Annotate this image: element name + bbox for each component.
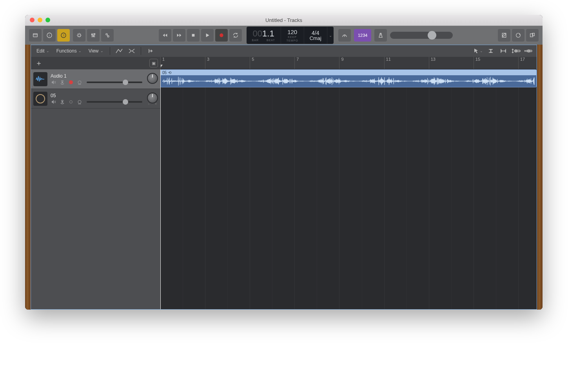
wood-trim-right (537, 45, 543, 310)
hzoom-fit-icon[interactable] (498, 47, 508, 55)
track-name: 05 (51, 93, 144, 98)
main-toolbar: i ? 001.1 BARBEAT 120 (25, 26, 543, 45)
cycle-button[interactable] (229, 29, 242, 42)
ruler-tick: 13 (429, 57, 436, 69)
vzoom-auto-icon[interactable] (486, 47, 496, 55)
audio-region[interactable]: 05 ⟲ (160, 69, 537, 87)
inspector-button[interactable]: i (43, 29, 56, 42)
forward-button[interactable] (173, 29, 185, 42)
tuner-button[interactable] (338, 29, 351, 42)
window-title: Untitled - Tracks (265, 17, 302, 23)
lcd-dropdown[interactable]: ⌄ (327, 27, 334, 44)
close-button[interactable] (30, 18, 34, 22)
rewind-button[interactable] (159, 29, 171, 42)
svg-point-6 (91, 34, 93, 35)
volume-fader[interactable] (87, 101, 142, 103)
timesig-value: 4/4 (312, 30, 319, 36)
mixer-button[interactable] (87, 29, 100, 42)
key-value: Cmaj (310, 36, 321, 41)
media-button[interactable] (526, 29, 539, 42)
view-menu[interactable]: View⌄ (86, 47, 106, 55)
add-track-button[interactable]: ＋ (33, 58, 45, 68)
ruler-tick: 7 (294, 57, 299, 69)
play-button[interactable] (201, 29, 214, 42)
track-list: ＋ ▣ Audio 1 LR (31, 57, 160, 309)
catch-playhead-icon[interactable] (145, 47, 155, 55)
titlebar[interactable]: Untitled - Tracks (25, 15, 543, 26)
tempo-value: 120 (287, 29, 297, 35)
timeline-ruler[interactable]: 1357911131517 (160, 57, 537, 69)
ruler-tick: 1 (160, 57, 165, 69)
svg-point-8 (94, 33, 95, 34)
stop-button[interactable] (187, 29, 200, 42)
ruler-tick: 11 (384, 57, 391, 69)
solo-button[interactable] (59, 80, 65, 85)
loops-button[interactable] (512, 29, 524, 42)
lcd-display[interactable]: 001.1 BARBEAT 120 KEEP TEMPO 4/4 Cmaj ⌄ (247, 27, 334, 44)
track-row[interactable]: 05 LR (31, 89, 160, 109)
input-monitor[interactable] (76, 80, 83, 85)
hzoom-slider-icon[interactable] (523, 47, 534, 55)
track-row[interactable]: Audio 1 LR (31, 69, 160, 89)
ruler-tick: 15 (474, 57, 480, 69)
wood-trim-left (25, 45, 31, 310)
arrange-area[interactable]: 1357911131517 05 ⟲ (160, 57, 537, 309)
svg-point-22 (78, 81, 81, 84)
drummer-track-icon (33, 92, 47, 106)
region-name: 05 (162, 71, 167, 75)
countoff-button[interactable]: 1234 (354, 29, 371, 42)
minimize-button[interactable] (38, 18, 42, 22)
record-button[interactable] (215, 29, 228, 42)
app-window: Untitled - Tracks i ? 001.1 (25, 15, 543, 310)
metronome-button[interactable] (374, 29, 387, 42)
position-value: 1.1 (262, 29, 274, 38)
mute-button[interactable] (51, 80, 57, 85)
svg-point-26 (78, 100, 81, 103)
svg-point-21 (62, 82, 63, 83)
pan-knob[interactable] (147, 92, 158, 103)
pointer-tool[interactable]: ⌄ (473, 47, 483, 55)
loop-icon: ⟲ (168, 71, 171, 75)
svg-point-20 (528, 50, 530, 52)
ruler-tick: 5 (250, 57, 254, 69)
global-catch-icon[interactable]: ▣ (149, 59, 158, 67)
library-button[interactable] (29, 29, 42, 42)
tracks-menubar: Edit⌄ Functions⌄ View⌄ ⌄ (31, 45, 537, 57)
record-enable[interactable] (68, 99, 74, 105)
solo-button[interactable] (59, 99, 65, 105)
svg-point-7 (93, 36, 94, 37)
editors-button[interactable] (101, 29, 114, 42)
quickhelp-button[interactable]: ? (57, 29, 70, 42)
ruler-tick: 9 (339, 57, 343, 69)
notepad-button[interactable] (498, 29, 510, 42)
input-monitor[interactable] (76, 99, 83, 105)
mute-button[interactable] (51, 99, 57, 105)
svg-text:?: ? (63, 34, 65, 37)
audio-track-icon (33, 72, 47, 86)
svg-text:i: i (49, 34, 50, 37)
pan-knob[interactable] (147, 73, 158, 84)
volume-fader[interactable] (87, 82, 142, 83)
zoom-button[interactable] (45, 18, 50, 22)
svg-point-25 (62, 101, 63, 102)
automation-curve-icon[interactable] (114, 47, 124, 55)
svg-point-5 (78, 34, 81, 37)
smartcontrols-button[interactable] (73, 29, 85, 42)
svg-point-18 (515, 50, 517, 52)
master-volume[interactable] (390, 32, 453, 39)
window-controls (30, 18, 50, 22)
ruler-tick: 17 (518, 57, 525, 69)
position-prefix: 00 (253, 29, 262, 38)
ruler-tick: 3 (205, 57, 209, 69)
record-enable[interactable] (68, 80, 74, 85)
flex-icon[interactable] (127, 47, 137, 55)
functions-menu[interactable]: Functions⌄ (54, 47, 84, 55)
vzoom-slider-icon[interactable] (511, 47, 521, 55)
svg-rect-11 (192, 34, 194, 37)
edit-menu[interactable]: Edit⌄ (34, 47, 52, 55)
playhead-line[interactable] (160, 69, 161, 309)
svg-point-12 (220, 33, 223, 37)
waveform (161, 75, 536, 87)
track-name: Audio 1 (51, 73, 144, 79)
svg-rect-0 (33, 34, 38, 37)
